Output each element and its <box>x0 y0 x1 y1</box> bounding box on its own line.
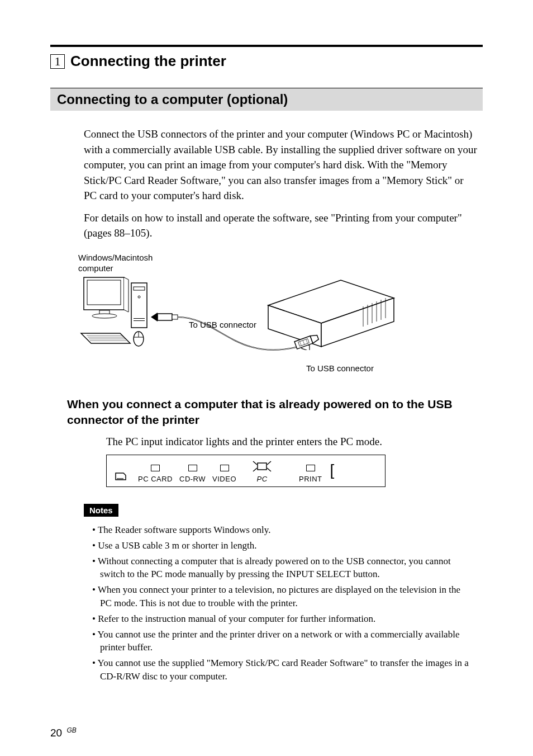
memstick-indicator <box>115 472 127 483</box>
computer-label: Windows/Macintosh computer <box>78 252 153 274</box>
memorystick-icon <box>115 472 127 481</box>
body-paragraph-2: For details on how to install and operat… <box>84 210 477 241</box>
svg-line-33 <box>253 461 257 465</box>
svg-rect-7 <box>134 318 145 319</box>
pc-indicator-lit: PC <box>251 460 273 483</box>
note-item: Refer to the instruction manual of your … <box>92 612 472 626</box>
body-paragraph-1: Connect the USB connectors of the printe… <box>84 126 477 204</box>
indicator-panel: PC CARD CD-RW VIDEO PC PRINT [ <box>106 455 386 487</box>
notes-list: The Reader software supports Windows onl… <box>92 523 472 683</box>
indicator-label: VIDEO <box>212 475 236 483</box>
indicator-box-icon <box>220 465 229 471</box>
section-title: 1 Connecting the printer <box>50 53 483 70</box>
subheading: When you connect a computer that is alre… <box>67 396 477 428</box>
svg-rect-1 <box>87 280 121 305</box>
top-rule <box>50 45 483 47</box>
svg-line-34 <box>267 461 271 465</box>
subheading-text: The PC input indicator lights and the pr… <box>106 434 477 450</box>
svg-rect-8 <box>134 320 145 321</box>
svg-line-35 <box>253 468 257 471</box>
svg-line-36 <box>267 468 271 471</box>
subsection-bar: Connecting to a computer (optional) <box>50 88 483 111</box>
svg-rect-37 <box>258 463 266 470</box>
note-item: You cannot use the supplied "Memory Stic… <box>92 656 472 683</box>
page-number-value: 20 <box>50 727 62 739</box>
svg-rect-24 <box>172 315 178 319</box>
note-item: When you connect your printer to a telev… <box>92 583 472 610</box>
indicator-label: PRINT <box>299 475 322 483</box>
cdrw-indicator: CD-RW <box>179 465 206 483</box>
svg-rect-23 <box>158 314 172 320</box>
indicator-label: CD-RW <box>179 475 206 483</box>
section-title-text: Connecting the printer <box>70 53 226 70</box>
note-item: You cannot use the printer and the print… <box>92 628 472 655</box>
page-number: 20 GB <box>50 726 77 739</box>
subsection-title: Connecting to a computer (optional) <box>57 92 288 107</box>
computer-icon <box>78 275 151 347</box>
svg-point-3 <box>92 314 117 318</box>
usb-label-bottom: To USB connector <box>306 363 374 374</box>
indicator-area: PC CARD CD-RW VIDEO PC PRINT [ <box>106 455 483 487</box>
connection-diagram: Windows/Macintosh computer <box>78 252 483 381</box>
indicator-label: PC CARD <box>138 475 173 483</box>
indicator-label: PC <box>256 475 267 483</box>
page-suffix: GB <box>66 726 76 734</box>
notes-label: Notes <box>84 504 118 517</box>
pccard-indicator: PC CARD <box>138 465 173 483</box>
print-indicator: PRINT <box>299 465 322 483</box>
light-rays-icon <box>298 0 326 3</box>
indicator-box-icon <box>188 465 197 471</box>
indicator-box-icon <box>306 465 315 471</box>
note-item: Without connecting a computer that is al… <box>92 555 472 582</box>
section-number-box: 1 <box>50 54 65 69</box>
note-item: The Reader software supports Windows onl… <box>92 523 472 537</box>
note-item: Use a USB cable 3 m or shorter in length… <box>92 539 472 552</box>
bracket-icon: [ <box>330 461 335 479</box>
svg-rect-5 <box>134 287 145 290</box>
video-indicator: VIDEO <box>212 465 236 483</box>
indicator-box-icon <box>151 465 160 471</box>
usb-cable-icon <box>151 308 330 370</box>
pc-indicator-glow-icon <box>251 460 273 472</box>
usb-label-top: To USB connector <box>189 319 256 330</box>
